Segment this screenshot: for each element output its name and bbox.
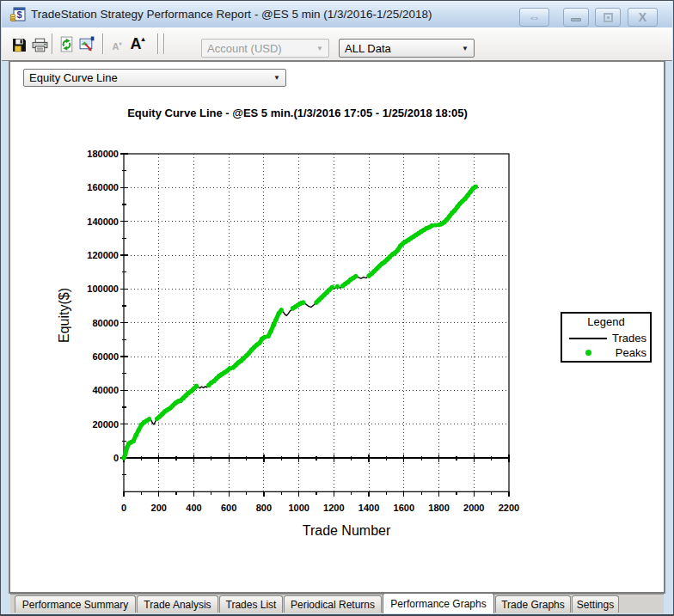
svg-text:Trade Number: Trade Number: [303, 523, 391, 538]
legend-entry-trades: Trades: [565, 331, 647, 345]
tab-trade-analysis[interactable]: Trade Analysis: [137, 595, 218, 613]
legend-title: Legend: [565, 315, 647, 331]
data-range-dropdown-value: ALL Data: [345, 42, 391, 55]
tab-settings[interactable]: Settings: [572, 595, 619, 613]
increase-font-icon: A: [130, 35, 141, 53]
increase-caret: ▴: [141, 35, 144, 43]
svg-text:1200: 1200: [323, 503, 344, 513]
tab-performance-summary[interactable]: Performance Summary: [15, 595, 136, 613]
svg-text:100000: 100000: [87, 284, 119, 294]
svg-text:20000: 20000: [92, 419, 119, 430]
chevron-down-icon: ▼: [462, 45, 469, 52]
export-graph-button[interactable]: [77, 31, 97, 57]
close-button[interactable]: X: [628, 8, 658, 27]
svg-text:80000: 80000: [92, 318, 119, 328]
chart-title: Equity Curve Line - @ES 5 min.(1/3/2016 …: [95, 107, 499, 119]
svg-text:60000: 60000: [92, 351, 119, 362]
svg-text:1600: 1600: [394, 503, 414, 513]
svg-text:160000: 160000: [87, 182, 119, 192]
tradestation-report-window: $ TradeStation Strategy Performance Repo…: [0, 0, 674, 616]
horizontal-arrows-icon: ⇔: [529, 10, 541, 24]
account-dropdown-value: Account (USD): [207, 42, 282, 55]
svg-text:1800: 1800: [428, 503, 449, 513]
toolbar-separator: [163, 34, 164, 54]
svg-text:600: 600: [221, 503, 236, 513]
toolbar-separator: [52, 34, 52, 54]
svg-text:2000: 2000: [463, 503, 484, 513]
toolbar: A▾ A▴ Account (USD) ▼ ALL Data ▼: [2, 27, 672, 61]
refresh-button[interactable]: [56, 31, 77, 57]
refresh-icon: [59, 36, 74, 52]
export-graph-icon: [79, 36, 95, 52]
tab-periodical-returns[interactable]: Periodical Returns: [284, 595, 382, 613]
chevron-down-icon: ▼: [273, 74, 280, 82]
restore-icon: [604, 13, 613, 22]
minimize-button[interactable]: [563, 8, 589, 27]
peaks-dot-sample: [585, 350, 591, 356]
legend-label-trades: Trades: [612, 332, 647, 345]
decrease-caret: ▾: [119, 40, 121, 46]
legend-label-peaks: Peaks: [616, 346, 647, 359]
account-dropdown[interactable]: Account (USD) ▼: [201, 39, 329, 58]
close-icon: X: [639, 10, 646, 24]
svg-text:0: 0: [113, 453, 119, 463]
toolbar-separator: [157, 34, 158, 54]
svg-text:0: 0: [121, 503, 126, 513]
legend-entry-peaks: Peaks: [565, 345, 647, 360]
svg-text:180000: 180000: [87, 149, 119, 159]
legend: Legend Trades Peaks: [561, 312, 652, 363]
svg-text:40000: 40000: [92, 385, 119, 395]
svg-text:200: 200: [151, 503, 167, 513]
save-icon: [12, 38, 27, 52]
equity-curve-chart: 0200004000060000800001000001200001400001…: [52, 137, 579, 551]
svg-text:$: $: [16, 9, 21, 20]
svg-text:800: 800: [256, 503, 272, 513]
svg-text:400: 400: [186, 503, 201, 513]
svg-text:1000: 1000: [288, 503, 309, 513]
toolbar-separator: [102, 34, 103, 54]
trades-line-sample: [569, 338, 607, 339]
decrease-font-button[interactable]: A▾: [107, 34, 127, 59]
graph-type-dropdown[interactable]: Equity Curve Line ▼: [23, 69, 286, 87]
tab-trades-list[interactable]: Trades List: [219, 595, 283, 613]
print-button[interactable]: [29, 32, 50, 58]
svg-text:120000: 120000: [87, 250, 119, 260]
dock-toggle-button[interactable]: ⇔: [519, 8, 549, 27]
svg-text:Equity($): Equity($): [57, 288, 71, 343]
increase-font-button[interactable]: A▴: [127, 31, 148, 57]
tab-performance-graphs[interactable]: Performance Graphs: [383, 593, 494, 613]
svg-text:140000: 140000: [87, 217, 119, 227]
chevron-down-icon: ▼: [316, 45, 323, 52]
minimize-icon: [571, 18, 581, 21]
graph-type-dropdown-value: Equity Curve Line: [29, 71, 118, 84]
data-range-dropdown[interactable]: ALL Data ▼: [339, 39, 475, 58]
save-button[interactable]: [9, 32, 29, 58]
tab-trade-graphs[interactable]: Trade Graphs: [495, 595, 571, 613]
restore-button[interactable]: [595, 8, 621, 27]
print-icon: [32, 38, 48, 52]
app-icon: $: [9, 6, 27, 23]
svg-text:1400: 1400: [358, 503, 379, 513]
titlebar: $ TradeStation Strategy Performance Repo…: [2, 1, 672, 27]
svg-text:2200: 2200: [499, 503, 519, 513]
window-title: TradeStation Strategy Performance Report…: [31, 1, 432, 27]
